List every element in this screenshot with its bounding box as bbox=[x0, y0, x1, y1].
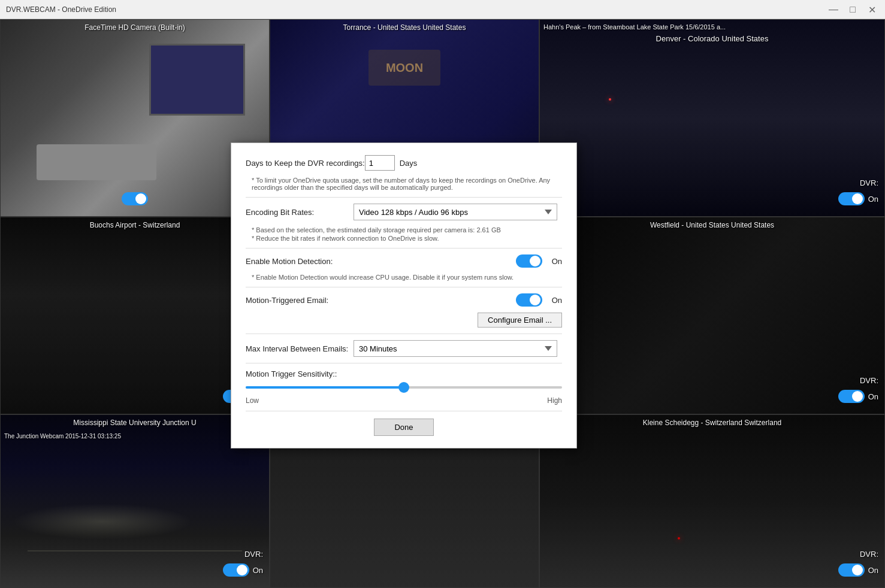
sensitivity-label-row: Motion Trigger Sensitivity:: bbox=[246, 369, 562, 378]
settings-dialog: Days to Keep the DVR recordings: Days * … bbox=[231, 143, 577, 448]
divider-5 bbox=[246, 363, 562, 363]
maximize-button[interactable]: □ bbox=[844, 1, 861, 18]
camera-label-9: Kleine Scheidegg - Switzerland Switzerla… bbox=[643, 419, 781, 427]
cam6-toggle[interactable] bbox=[838, 390, 865, 403]
motion-detection-toggle-label: On bbox=[552, 257, 562, 266]
divider-4 bbox=[246, 334, 562, 334]
email-toggle-label: On bbox=[552, 296, 562, 305]
motion-detection-row: Enable Motion Detection: On bbox=[246, 254, 562, 268]
window-controls: — □ ✕ bbox=[825, 0, 880, 19]
storage-note-2: * Reduce the bit rates if network connec… bbox=[246, 235, 562, 242]
motion-detection-label: Enable Motion Detection: bbox=[246, 257, 354, 266]
camera-label-3: Denver - Colorado United States bbox=[656, 34, 769, 43]
camera-cell-4: Buochs Airport - Switzerland DVR: On bbox=[0, 217, 270, 414]
storage-note-1: * Based on the selection, the estimated … bbox=[246, 226, 562, 234]
interval-label: Max Interval Between Emails: bbox=[246, 344, 354, 353]
cam6-toggle-area: On bbox=[838, 390, 878, 403]
interval-row: Max Interval Between Emails: 5 Minutes 1… bbox=[246, 340, 562, 357]
divider-2 bbox=[246, 248, 562, 248]
days-note: * To limit your OneDrive quota usage, se… bbox=[246, 177, 562, 191]
camera-cell-9: Kleine Scheidegg - Switzerland Switzerla… bbox=[539, 414, 885, 588]
cam7-toggle-label: On bbox=[253, 566, 263, 575]
cam6-toggle-label: On bbox=[868, 392, 878, 401]
cam3-dvr-label: DVR: bbox=[860, 178, 878, 187]
mountain-light-decor bbox=[609, 98, 611, 101]
email-row: Motion-Triggered Email: On bbox=[246, 293, 562, 307]
motion-toggle-group: On bbox=[516, 254, 562, 268]
motion-note: * Enable Motion Detection would increase… bbox=[246, 274, 562, 281]
sensitivity-high-label: High bbox=[547, 396, 562, 405]
cam3-toggle-area: On bbox=[838, 192, 878, 205]
camera-cell-1: FaceTime HD Camera (Built-in) bbox=[0, 19, 270, 217]
cam9-toggle[interactable] bbox=[838, 563, 865, 577]
configure-email-button[interactable]: Configure Email ... bbox=[478, 313, 562, 328]
cam3-toggle[interactable] bbox=[838, 192, 865, 205]
city-lights-decor bbox=[13, 504, 192, 539]
sensitivity-label: Motion Trigger Sensitivity:: bbox=[246, 369, 337, 378]
minimize-button[interactable]: — bbox=[825, 1, 842, 18]
titlebar: DVR.WEBCAM - OneDrive Edition — □ ✕ bbox=[0, 0, 885, 19]
interval-select[interactable]: 5 Minutes 10 Minutes 15 Minutes 30 Minut… bbox=[354, 340, 557, 357]
desk-monitor-decor bbox=[149, 44, 245, 116]
slider-track-container bbox=[246, 382, 562, 393]
sensitivity-slider-container: Low High bbox=[246, 382, 562, 405]
days-label: Days to Keep the DVR recordings: bbox=[246, 159, 365, 168]
cam7-dvr-label: DVR: bbox=[244, 550, 263, 559]
cam7-toggle-area: On bbox=[223, 563, 263, 577]
slider-range-labels: Low High bbox=[246, 396, 562, 405]
divider-1 bbox=[246, 197, 562, 198]
camera-label-6: Westfield - United States United States bbox=[650, 221, 774, 229]
divider-3 bbox=[246, 287, 562, 287]
cam7-timestamp: The Junction Webcam 2015-12-31 03:13:25 bbox=[4, 433, 121, 440]
days-input[interactable] bbox=[365, 155, 395, 171]
cam7-toggle[interactable] bbox=[223, 563, 249, 577]
camera-label-2: Torrance - United States United States bbox=[343, 23, 466, 32]
desk-keyboard-decor bbox=[37, 144, 156, 180]
done-button[interactable]: Done bbox=[374, 419, 434, 436]
cam9-toggle-area: On bbox=[838, 563, 878, 577]
cam1-toggle[interactable] bbox=[122, 192, 148, 205]
cam9-dvr-label: DVR: bbox=[860, 550, 878, 559]
sensitivity-low-label: Low bbox=[246, 396, 259, 405]
close-button[interactable]: ✕ bbox=[863, 1, 880, 18]
encoding-select[interactable]: Video 128 kbps / Audio 96 kbps Video 256… bbox=[354, 204, 557, 220]
days-unit: Days bbox=[400, 159, 418, 168]
app-title: DVR.WEBCAM - OneDrive Edition bbox=[6, 5, 116, 14]
days-row: Days to Keep the DVR recordings: Days bbox=[246, 155, 562, 171]
cam9-toggle-label: On bbox=[868, 566, 878, 575]
bar-sign-decor: MOON bbox=[369, 50, 440, 86]
cam6-dvr-label: DVR: bbox=[860, 376, 878, 385]
email-label: Motion-Triggered Email: bbox=[246, 296, 354, 305]
hahns-peak-label: Hahn's Peak – from Steamboat Lake State … bbox=[543, 23, 726, 31]
divider-6 bbox=[246, 411, 562, 411]
configure-email-row: Configure Email ... bbox=[246, 313, 562, 328]
camera-cell-3: Hahn's Peak – from Steamboat Lake State … bbox=[539, 19, 885, 217]
track-light-decor bbox=[678, 537, 680, 539]
sensitivity-section: Motion Trigger Sensitivity:: Low High bbox=[246, 369, 562, 405]
encoding-label: Encoding Bit Rates: bbox=[246, 208, 354, 217]
cam1-toggle-area bbox=[122, 192, 148, 205]
camera-label-4: Buochs Airport - Switzerland bbox=[90, 221, 180, 229]
camera-label-1: FaceTime HD Camera (Built-in) bbox=[84, 23, 185, 32]
camera-cell-6: Westfield - United States United States … bbox=[539, 217, 885, 414]
camera-label-7: Mississippi State University Junction U bbox=[73, 419, 196, 427]
encoding-row: Encoding Bit Rates: Video 128 kbps / Aud… bbox=[246, 204, 562, 220]
camera-cell-7: Mississippi State University Junction U … bbox=[0, 414, 270, 588]
road-decor bbox=[28, 550, 242, 551]
cam3-toggle-label: On bbox=[868, 195, 878, 204]
email-toggle[interactable] bbox=[516, 293, 542, 307]
email-toggle-group: On bbox=[516, 293, 562, 307]
motion-detection-toggle[interactable] bbox=[516, 254, 542, 268]
